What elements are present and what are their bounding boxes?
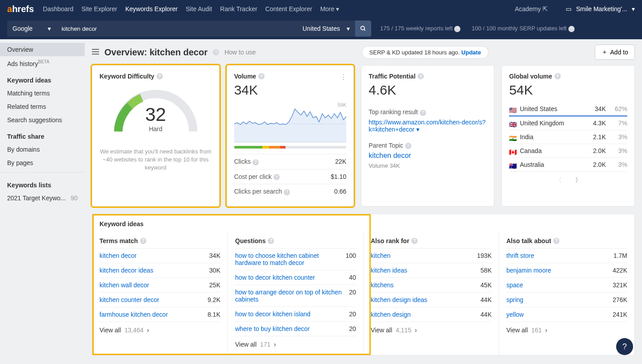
keyword-row: how to choose kitchen cabinet hardware t… — [235, 248, 356, 270]
country-select[interactable]: United States▾ — [297, 21, 355, 37]
kd-value: 32 — [99, 104, 212, 125]
keyword-row: kitchen ideas58K — [371, 263, 492, 278]
engine-select[interactable]: Google▾ — [7, 21, 56, 37]
view-all-link[interactable]: View all 13,464 › — [99, 322, 220, 334]
keyword-link[interactable]: kitchen — [371, 252, 472, 259]
keyword-input[interactable] — [56, 21, 297, 37]
sidebar-item[interactable]: By domains — [0, 143, 85, 156]
view-all-link[interactable]: View all 171 › — [235, 336, 356, 348]
search-icon — [360, 25, 366, 32]
nav-site-explorer[interactable]: Site Explorer — [82, 5, 117, 12]
info-icon[interactable]: ? — [553, 238, 559, 244]
sidebar-overview[interactable]: Overview — [0, 43, 85, 56]
search-button[interactable] — [355, 21, 371, 37]
cps-value: 0.66 — [334, 188, 346, 195]
info-icon[interactable]: ? — [140, 238, 146, 244]
volume-value: 34K — [234, 83, 347, 98]
svg-point-0 — [361, 26, 364, 30]
info-icon[interactable]: ? — [418, 73, 424, 79]
keyword-link[interactable]: kitchen decor ideas — [99, 267, 205, 274]
idea-column: Also talk about ?thrift store1.7Mbenjami… — [499, 232, 634, 355]
keyword-link[interactable]: how to decor kitchen island — [235, 310, 344, 318]
keyword-row: kitchen decor ideas30K — [99, 263, 220, 278]
keyword-link[interactable]: kitchen ideas — [371, 267, 476, 274]
keyword-row: how to decor kitchen counter40 — [235, 270, 356, 285]
keyword-link[interactable]: how to decor kitchen counter — [235, 274, 344, 281]
keyword-row: spring276K — [506, 293, 627, 307]
serp-update-pill: SERP & KD updated 18 hours ago. Update — [362, 46, 489, 59]
keyword-link[interactable]: benjamin moore — [506, 267, 608, 274]
keyword-link[interactable]: space — [506, 281, 608, 289]
nav-more[interactable]: More ▾ — [320, 5, 340, 12]
sidebar-ads-history[interactable]: Ads historyBETA — [0, 56, 85, 70]
info-icon[interactable]: ? — [157, 73, 163, 79]
info-icon[interactable]: ? — [258, 73, 265, 79]
keyword-link[interactable]: kitchen wall decor — [99, 281, 205, 289]
country-row[interactable]: 🇦🇺Australia2.0K3% — [509, 158, 627, 172]
nav-rank-tracker[interactable]: Rank Tracker — [220, 5, 257, 12]
keyword-link[interactable]: kitchen decor — [99, 252, 205, 259]
view-all-link[interactable]: View all 4,115 › — [371, 322, 492, 334]
nav-site-audit[interactable]: Site Audit — [186, 5, 212, 12]
tp-value: 4.6K — [369, 83, 487, 98]
country-row[interactable]: 🇨🇦Canada2.0K3% — [509, 144, 627, 158]
sidebar-item[interactable]: Matching terms — [0, 87, 85, 100]
keyword-link[interactable]: spring — [506, 296, 608, 303]
nav-content-explorer[interactable]: Content Explorer — [265, 5, 312, 12]
card-global-volume: Global volume ? 54K 🇺🇸United States34K62… — [501, 65, 635, 207]
keyword-row: kitchens45K — [371, 278, 492, 293]
keyword-row: where to buy kitchen decor20 — [235, 322, 356, 336]
card-volume: ⋮ Volume? 34K 59K Clicks ?22K Cost per c… — [227, 65, 354, 207]
prev-icon[interactable]: 〈 — [555, 176, 562, 184]
country-row[interactable]: 🇬🇧United Kingdom4.3K7% — [509, 116, 627, 130]
help-icon[interactable]: ? — [213, 49, 219, 55]
nav-keywords-explorer[interactable]: Keywords Explorer — [125, 5, 178, 12]
sidebar-list-item[interactable]: 2021 Target Keywo...90 — [0, 191, 85, 205]
info-icon[interactable]: ? — [268, 238, 274, 244]
idea-column: Also rank for ?kitchen193Kkitchen ideas5… — [363, 232, 499, 355]
volume-head: Volume — [234, 73, 257, 80]
nav-dashboard[interactable]: Dashboard — [43, 5, 74, 12]
keyword-row: farmhouse kitchen decor8.1K — [99, 307, 220, 322]
keyword-link[interactable]: kitchens — [371, 281, 476, 289]
keyword-link[interactable]: farmhouse kitchen decor — [99, 311, 203, 318]
keyword-link[interactable]: how to choose kitchen cabinet hardware t… — [235, 252, 341, 266]
sidebar-item[interactable]: By pages — [0, 156, 85, 170]
add-to-button[interactable]: ＋Add to — [595, 45, 635, 60]
view-all-link[interactable]: View all 161 › — [506, 322, 627, 334]
cpc-value: $1.10 — [331, 173, 346, 181]
sidebar-item[interactable]: Search suggestions — [0, 113, 85, 127]
how-to-use-link[interactable]: How to use — [224, 49, 256, 56]
top-nav: DashboardSite ExplorerKeywords ExplorerS… — [43, 5, 339, 12]
info-icon[interactable]: ? — [411, 238, 418, 244]
next-icon[interactable]: 〉 — [575, 176, 581, 184]
keyword-link[interactable]: kitchen design — [371, 311, 476, 318]
clicks-value: 22K — [335, 158, 346, 165]
help-fab[interactable]: ? — [616, 338, 633, 355]
keyword-link[interactable]: yellow — [506, 311, 608, 318]
update-link[interactable]: Update — [461, 49, 481, 56]
keyword-link[interactable]: how to arrange decor on top of kitchen c… — [235, 289, 344, 303]
chevron-down-icon[interactable]: ▾ — [632, 5, 635, 12]
sidebar-item[interactable]: Related terms — [0, 100, 85, 113]
nav-academy[interactable]: Academy — [515, 5, 541, 12]
kd-label: Hard — [99, 125, 212, 132]
keyword-link[interactable]: kitchen counter decor — [99, 296, 203, 303]
parent-topic-link[interactable]: kitchen decor — [369, 152, 487, 160]
keyword-link[interactable]: where to buy kitchen decor — [235, 325, 344, 332]
keyword-link[interactable]: kitchen design ideas — [371, 296, 476, 303]
top-result-link[interactable]: https://www.amazon.com/kitchen-decor/s?k… — [369, 119, 487, 133]
account-name[interactable]: Smile Marketing'... — [576, 5, 627, 12]
logo[interactable]: ahrefs — [7, 4, 34, 14]
volume-max: 59K — [338, 102, 347, 108]
keyword-row: kitchen design ideas44K — [371, 293, 492, 307]
card-menu-icon[interactable]: ⋮ — [340, 73, 347, 81]
card-kd: Keyword Difficulty? 32 Hard We estimate … — [92, 65, 220, 207]
sidebar-head-lists: Keywords lists — [0, 175, 85, 191]
menu-icon[interactable] — [92, 49, 99, 56]
keyword-link[interactable]: thrift store — [506, 252, 609, 259]
flag-icon: 🇮🇳 — [509, 135, 516, 140]
country-row[interactable]: 🇮🇳India2.1K3% — [509, 130, 627, 144]
country-row[interactable]: 🇺🇸United States34K62% — [509, 102, 627, 116]
info-icon[interactable]: ? — [555, 73, 561, 79]
